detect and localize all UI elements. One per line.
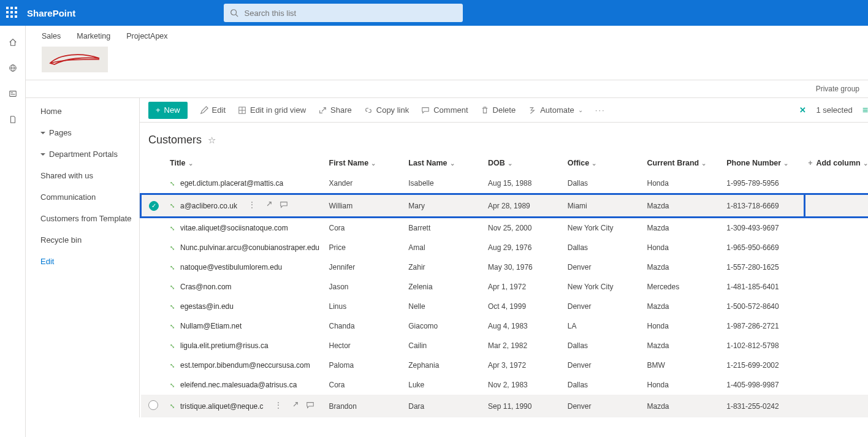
col-office-header[interactable]: Office⌄ (564, 153, 644, 173)
product-name[interactable]: SharePoint (27, 8, 75, 18)
hub-nav-sales[interactable]: Sales (42, 32, 61, 40)
automate-button[interactable]: Automate ⌄ (528, 105, 583, 115)
search-icon (230, 9, 238, 17)
row-title[interactable]: ⤡a@aclibero.co.uk⋮ (170, 200, 322, 211)
site-nav: Home Pages Department Portals Shared wit… (26, 98, 140, 417)
share-button[interactable]: Share (318, 105, 352, 115)
table-row[interactable]: ⤡egestas@in.eduLinusNelleOct 4, 1999Denv… (141, 297, 869, 316)
files-icon[interactable] (7, 114, 18, 125)
row-title[interactable]: ⤡Cras@non.com (170, 283, 322, 291)
item-status-icon: ⤡ (170, 180, 175, 187)
hub-nav-projectapex[interactable]: ProjectApex (126, 32, 167, 40)
cell-brand: Mazda (644, 194, 723, 218)
nav-home[interactable]: Home (40, 107, 139, 116)
chevron-down-icon: ⌄ (578, 107, 583, 113)
chevron-down-icon: ⌄ (188, 160, 193, 167)
col-brand-header[interactable]: Current Brand⌄ (644, 153, 723, 173)
col-firstname-header[interactable]: First Name⌄ (326, 153, 405, 173)
more-icon[interactable]: ⋮ (275, 401, 283, 411)
news-icon[interactable] (7, 88, 18, 99)
cell-phone: 1-215-699-2002 (723, 355, 804, 375)
row-title-text: tristique.aliquet@neque.c (180, 402, 264, 411)
more-actions-button[interactable]: ··· (595, 105, 606, 115)
share-icon[interactable] (264, 200, 272, 211)
comment-icon[interactable] (306, 401, 314, 411)
globe-icon[interactable] (7, 63, 18, 74)
row-title[interactable]: ⤡ligula.elit.pretium@risus.ca (170, 341, 322, 350)
cell-dob: Mar 2, 1982 (484, 336, 564, 355)
cell-dob: Apr 1, 1972 (484, 277, 564, 297)
nav-pages[interactable]: Pages (40, 128, 139, 137)
hub-nav-marketing[interactable]: Marketing (77, 32, 110, 40)
table-row[interactable]: ⤡a@aclibero.co.uk⋮WilliamMaryApr 28, 198… (141, 194, 869, 218)
delete-button-label: Delete (493, 105, 516, 115)
cell-lastname: Mary (405, 194, 484, 218)
cell-dob: Aug 15, 1988 (484, 173, 564, 194)
item-status-icon: ⤡ (170, 303, 175, 310)
copy-link-button-label: Copy link (376, 105, 409, 115)
row-title[interactable]: ⤡est.tempor.bibendum@neccursusa.com (170, 361, 322, 370)
row-title[interactable]: ⤡Nunc.pulvinar.arcu@conubianostraper.edu (170, 243, 322, 252)
table-row[interactable]: ⤡eleifend.nec.malesuada@atrisus.caCoraLu… (141, 375, 869, 395)
selection-count: 1 selected (816, 105, 852, 115)
row-select-toggle[interactable] (148, 400, 158, 410)
cell-dob: Nov 25, 2000 (484, 218, 564, 238)
table-row[interactable]: ⤡est.tempor.bibendum@neccursusa.comPalom… (141, 355, 869, 375)
search-input[interactable] (243, 8, 457, 18)
nav-communication[interactable]: Communication (40, 192, 139, 202)
nav-customers-from-template[interactable]: Customers from Template (40, 214, 139, 223)
edit-button[interactable]: Edit (200, 105, 226, 115)
comment-icon[interactable] (280, 200, 288, 211)
site-logo[interactable] (42, 47, 108, 72)
col-phone-header[interactable]: Phone Number⌄ (723, 153, 804, 173)
row-title[interactable]: ⤡eget.dictum.placerat@mattis.ca (170, 179, 322, 188)
more-icon[interactable]: ⋮ (248, 200, 256, 211)
search-box[interactable] (224, 4, 463, 22)
cell-phone: 1-309-493-9697 (723, 218, 804, 238)
col-title-header[interactable]: Title⌄ (166, 153, 326, 173)
table-row[interactable]: ⤡eget.dictum.placerat@mattis.caXanderIsa… (141, 173, 869, 194)
table-row[interactable]: ⤡Cras@non.comJasonZeleniaApr 1, 1972New … (141, 277, 869, 297)
row-title[interactable]: ⤡vitae.aliquet@sociisnatoque.com (170, 224, 322, 232)
row-title[interactable]: ⤡natoque@vestibulumlorem.edu (170, 263, 322, 272)
cell-lastname: Isabelle (405, 173, 484, 194)
table-row[interactable]: ⤡natoque@vestibulumlorem.eduJenniferZahi… (141, 257, 869, 277)
col-dob-header[interactable]: DOB⌄ (484, 153, 564, 173)
table-row[interactable]: ⤡Nullam@Etiam.netChandaGiacomoAug 4, 198… (141, 316, 869, 336)
table-row[interactable]: ⤡ligula.elit.pretium@risus.caHectorCaili… (141, 336, 869, 355)
row-select-toggle[interactable] (149, 201, 159, 211)
clear-selection-icon[interactable]: ✕ (799, 105, 806, 115)
col-lastname-header[interactable]: Last Name⌄ (405, 153, 484, 173)
app-launcher-icon[interactable] (6, 7, 18, 19)
cell-firstname: Hector (326, 336, 405, 355)
new-button[interactable]: + New (148, 102, 188, 119)
cell-lastname: Zahir (405, 257, 484, 277)
share-icon[interactable] (290, 401, 299, 411)
nav-shared-with-us[interactable]: Shared with us (40, 171, 139, 180)
cell-firstname: Jennifer (326, 257, 405, 277)
row-title[interactable]: ⤡eleifend.nec.malesuada@atrisus.ca (170, 381, 322, 389)
row-title[interactable]: ⤡tristique.aliquet@neque.c⋮ (170, 401, 322, 411)
delete-button[interactable]: Delete (481, 105, 516, 115)
cell-firstname: Xander (326, 173, 405, 194)
cell-brand: BMW (644, 355, 723, 375)
edit-grid-button[interactable]: Edit in grid view (238, 105, 306, 115)
chevron-down-icon: ⌄ (701, 160, 706, 167)
table-row[interactable]: ⤡vitae.aliquet@sociisnatoque.comCoraBarr… (141, 218, 869, 238)
nav-edit[interactable]: Edit (40, 257, 139, 266)
row-title[interactable]: ⤡egestas@in.edu (170, 302, 322, 311)
view-options-icon[interactable]: ≡ (862, 105, 868, 116)
home-icon[interactable] (7, 37, 18, 48)
svg-rect-5 (9, 91, 16, 97)
cell-dob: Oct 4, 1999 (484, 297, 564, 316)
nav-recycle-bin[interactable]: Recycle bin (40, 235, 139, 245)
cell-firstname: Paloma (326, 355, 405, 375)
table-row[interactable]: ⤡Nunc.pulvinar.arcu@conubianostraper.edu… (141, 238, 869, 257)
col-add-column-header[interactable]: Add column⌄ (804, 153, 868, 173)
copy-link-button[interactable]: Copy link (364, 105, 409, 115)
table-row[interactable]: ⤡tristique.aliquet@neque.c⋮BrandonDaraSe… (141, 395, 869, 417)
nav-department-portals[interactable]: Department Portals (40, 150, 139, 159)
favorite-star-icon[interactable]: ☆ (208, 135, 216, 146)
comment-button[interactable]: Comment (421, 105, 468, 115)
row-title[interactable]: ⤡Nullam@Etiam.net (170, 322, 322, 330)
